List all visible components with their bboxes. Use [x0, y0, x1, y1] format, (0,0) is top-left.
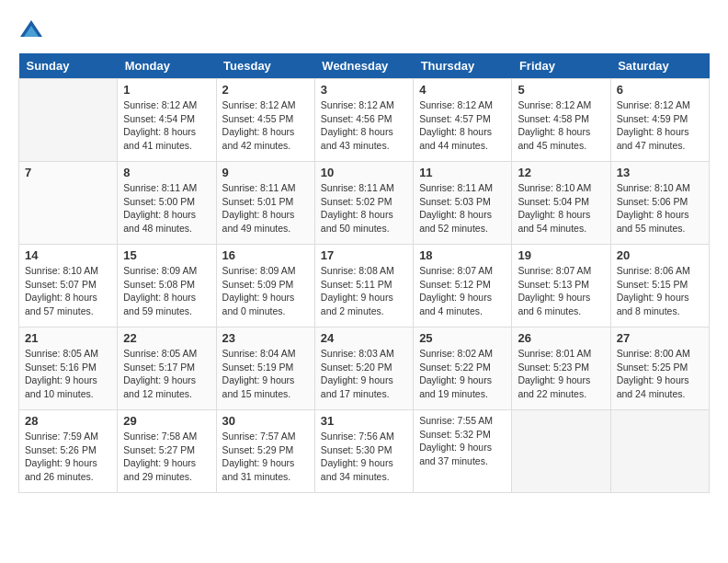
header-day-thursday: Thursday: [414, 53, 512, 79]
week-row-5: 28Sunrise: 7:59 AMSunset: 5:26 PMDayligh…: [19, 410, 710, 493]
calendar-cell: 14Sunrise: 8:10 AMSunset: 5:07 PMDayligh…: [19, 245, 118, 327]
day-number: 20: [617, 248, 703, 262]
day-number: 21: [25, 331, 111, 345]
calendar-cell: 11Sunrise: 8:11 AMSunset: 5:03 PMDayligh…: [414, 162, 512, 245]
day-number: 18: [419, 248, 506, 262]
day-number: 2: [222, 83, 309, 97]
day-info: Sunrise: 8:09 AMSunset: 5:09 PMDaylight:…: [222, 264, 309, 318]
day-info: Sunrise: 8:10 AMSunset: 5:04 PMDaylight:…: [518, 181, 604, 236]
calendar-cell: 16Sunrise: 8:09 AMSunset: 5:09 PMDayligh…: [216, 245, 314, 327]
day-info: Sunrise: 7:57 AMSunset: 5:29 PMDaylight:…: [222, 430, 309, 484]
calendar-cell: 1Sunrise: 8:12 AMSunset: 4:54 PMDaylight…: [118, 79, 216, 162]
day-number: 8: [123, 166, 210, 179]
day-info: Sunrise: 8:11 AMSunset: 5:02 PMDaylight:…: [321, 181, 407, 236]
header-day-tuesday: Tuesday: [216, 53, 314, 79]
calendar-cell: 28Sunrise: 7:59 AMSunset: 5:26 PMDayligh…: [19, 410, 118, 493]
calendar-cell: 22Sunrise: 8:05 AMSunset: 5:17 PMDayligh…: [118, 327, 216, 410]
day-number: 19: [518, 248, 604, 262]
day-info: Sunrise: 8:12 AMSunset: 4:56 PMDaylight:…: [321, 98, 407, 153]
day-info: Sunrise: 7:55 AMSunset: 5:32 PMDaylight:…: [419, 414, 506, 468]
calendar-cell: Sunrise: 7:55 AMSunset: 5:32 PMDaylight:…: [414, 410, 512, 493]
calendar-cell: 9Sunrise: 8:11 AMSunset: 5:01 PMDaylight…: [216, 162, 314, 245]
day-number: 15: [123, 248, 210, 262]
calendar-cell: 8Sunrise: 8:11 AMSunset: 5:00 PMDaylight…: [118, 162, 216, 245]
day-info: Sunrise: 8:11 AMSunset: 5:01 PMDaylight:…: [222, 181, 309, 236]
day-number: 29: [123, 414, 210, 428]
day-number: 10: [321, 166, 407, 179]
day-number: 26: [518, 331, 604, 345]
day-info: Sunrise: 8:06 AMSunset: 5:15 PMDaylight:…: [617, 264, 703, 318]
calendar-cell: 3Sunrise: 8:12 AMSunset: 4:56 PMDaylight…: [314, 79, 413, 162]
day-info: Sunrise: 8:00 AMSunset: 5:25 PMDaylight:…: [617, 347, 703, 401]
day-number: 17: [321, 248, 407, 262]
logo: [18, 18, 48, 44]
week-row-1: 1Sunrise: 8:12 AMSunset: 4:54 PMDaylight…: [19, 79, 710, 162]
day-info: Sunrise: 8:11 AMSunset: 5:03 PMDaylight:…: [419, 181, 506, 236]
day-number: 7: [25, 166, 111, 179]
day-number: 4: [419, 83, 506, 97]
day-number: 5: [518, 83, 604, 97]
header-day-wednesday: Wednesday: [314, 53, 413, 79]
calendar-cell: 27Sunrise: 8:00 AMSunset: 5:25 PMDayligh…: [610, 327, 709, 410]
day-number: 3: [321, 83, 407, 97]
day-info: Sunrise: 8:02 AMSunset: 5:22 PMDaylight:…: [419, 347, 506, 401]
day-info: Sunrise: 8:04 AMSunset: 5:19 PMDaylight:…: [222, 347, 309, 401]
page-header: [18, 18, 710, 44]
day-info: Sunrise: 7:59 AMSunset: 5:26 PMDaylight:…: [25, 430, 111, 484]
week-row-2: 78Sunrise: 8:11 AMSunset: 5:00 PMDayligh…: [19, 162, 710, 245]
day-number: 6: [617, 83, 703, 97]
calendar-cell: 21Sunrise: 8:05 AMSunset: 5:16 PMDayligh…: [19, 327, 118, 410]
day-info: Sunrise: 8:03 AMSunset: 5:20 PMDaylight:…: [321, 347, 407, 401]
day-info: Sunrise: 8:09 AMSunset: 5:08 PMDaylight:…: [123, 264, 210, 318]
calendar-cell: 4Sunrise: 8:12 AMSunset: 4:57 PMDaylight…: [414, 79, 512, 162]
day-number: 24: [321, 331, 407, 345]
header-day-friday: Friday: [512, 53, 610, 79]
day-number: 31: [321, 414, 407, 428]
day-info: Sunrise: 8:12 AMSunset: 4:59 PMDaylight:…: [617, 98, 703, 153]
calendar-cell: 2Sunrise: 8:12 AMSunset: 4:55 PMDaylight…: [216, 79, 314, 162]
calendar-cell: 24Sunrise: 8:03 AMSunset: 5:20 PMDayligh…: [314, 327, 413, 410]
day-info: Sunrise: 8:12 AMSunset: 4:55 PMDaylight:…: [222, 98, 309, 153]
calendar-cell: 13Sunrise: 8:10 AMSunset: 5:06 PMDayligh…: [610, 162, 709, 245]
day-number: 11: [419, 166, 506, 179]
day-info: Sunrise: 8:12 AMSunset: 4:57 PMDaylight:…: [419, 98, 506, 153]
calendar-cell: 10Sunrise: 8:11 AMSunset: 5:02 PMDayligh…: [314, 162, 413, 245]
calendar-cell: 5Sunrise: 8:12 AMSunset: 4:58 PMDaylight…: [512, 79, 610, 162]
calendar-cell: 7: [19, 162, 118, 245]
day-info: Sunrise: 7:56 AMSunset: 5:30 PMDaylight:…: [321, 430, 407, 484]
day-number: 9: [222, 166, 309, 179]
calendar-cell: 6Sunrise: 8:12 AMSunset: 4:59 PMDaylight…: [610, 79, 709, 162]
calendar-body: 1Sunrise: 8:12 AMSunset: 4:54 PMDaylight…: [19, 79, 710, 493]
day-number: 27: [617, 331, 703, 345]
calendar-cell: 29Sunrise: 7:58 AMSunset: 5:27 PMDayligh…: [118, 410, 216, 493]
calendar-cell: 25Sunrise: 8:02 AMSunset: 5:22 PMDayligh…: [414, 327, 512, 410]
calendar-cell: 23Sunrise: 8:04 AMSunset: 5:19 PMDayligh…: [216, 327, 314, 410]
calendar-cell: 12Sunrise: 8:10 AMSunset: 5:04 PMDayligh…: [512, 162, 610, 245]
calendar-header: SundayMondayTuesdayWednesdayThursdayFrid…: [19, 53, 710, 79]
header-day-saturday: Saturday: [610, 53, 709, 79]
day-info: Sunrise: 8:12 AMSunset: 4:54 PMDaylight:…: [123, 98, 210, 153]
day-number: 13: [617, 166, 703, 179]
day-info: Sunrise: 8:10 AMSunset: 5:07 PMDaylight:…: [25, 264, 111, 318]
calendar-table: SundayMondayTuesdayWednesdayThursdayFrid…: [18, 53, 710, 493]
calendar-cell: 26Sunrise: 8:01 AMSunset: 5:23 PMDayligh…: [512, 327, 610, 410]
calendar-cell: [610, 410, 709, 493]
day-info: Sunrise: 8:10 AMSunset: 5:06 PMDaylight:…: [617, 181, 703, 236]
day-info: Sunrise: 8:05 AMSunset: 5:17 PMDaylight:…: [123, 347, 210, 401]
day-number: 30: [222, 414, 309, 428]
calendar-cell: 18Sunrise: 8:07 AMSunset: 5:12 PMDayligh…: [414, 245, 512, 327]
day-number: 22: [123, 331, 210, 345]
day-number: 28: [25, 414, 111, 428]
day-number: 14: [25, 248, 111, 262]
calendar-cell: 20Sunrise: 8:06 AMSunset: 5:15 PMDayligh…: [610, 245, 709, 327]
calendar-cell: [19, 79, 118, 162]
day-info: Sunrise: 7:58 AMSunset: 5:27 PMDaylight:…: [123, 430, 210, 484]
week-row-3: 14Sunrise: 8:10 AMSunset: 5:07 PMDayligh…: [19, 245, 710, 327]
calendar-cell: 30Sunrise: 7:57 AMSunset: 5:29 PMDayligh…: [216, 410, 314, 493]
day-number: 16: [222, 248, 309, 262]
day-number: 1: [123, 83, 210, 97]
day-number: 25: [419, 331, 506, 345]
header-row: SundayMondayTuesdayWednesdayThursdayFrid…: [19, 53, 710, 79]
calendar-cell: 15Sunrise: 8:09 AMSunset: 5:08 PMDayligh…: [118, 245, 216, 327]
day-info: Sunrise: 8:07 AMSunset: 5:12 PMDaylight:…: [419, 264, 506, 318]
